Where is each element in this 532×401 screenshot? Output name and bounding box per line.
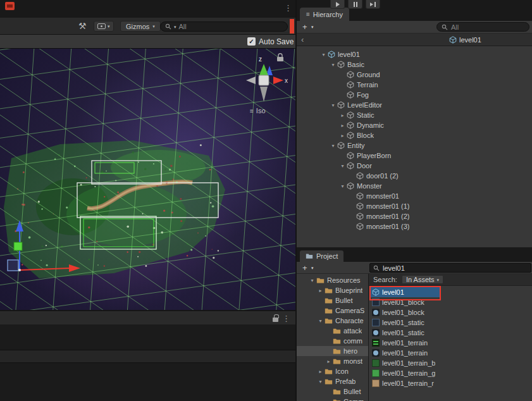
asset-row[interactable]: level01_terrain_b — [369, 358, 532, 368]
auto-save-checkbox[interactable]: ✓ — [247, 37, 256, 46]
folder-row[interactable]: Characte — [297, 316, 368, 326]
tree-row-label: monster01 (2) — [366, 213, 409, 220]
tree-row[interactable]: Terrain — [297, 80, 532, 90]
camera-view-dropdown[interactable]: ▾ — [94, 21, 114, 32]
cube-icon — [347, 182, 354, 190]
chevron-down-icon[interactable]: ▾ — [311, 25, 314, 30]
project-tab-strip: Project — [297, 249, 532, 262]
expand-arrow-icon[interactable] — [338, 183, 347, 189]
tab-hierarchy[interactable]: ≡ Hierarchy — [300, 8, 349, 21]
tree-row[interactable]: Fog — [297, 90, 532, 100]
asset-row[interactable]: level01_block — [369, 307, 532, 318]
expand-arrow-icon[interactable] — [316, 318, 325, 324]
breadcrumb[interactable]: level01 — [449, 34, 481, 46]
folder-row[interactable]: Blueprint — [297, 285, 368, 295]
expand-arrow-icon[interactable] — [338, 123, 347, 128]
expand-arrow-icon[interactable] — [316, 379, 325, 385]
add-object-button[interactable]: + — [302, 22, 307, 32]
tools-icon[interactable]: ⚒ — [78, 21, 87, 31]
folder-row[interactable]: hero — [297, 346, 368, 356]
folder-row[interactable]: CameraS — [297, 305, 368, 316]
tree-row[interactable]: monster01 (2) — [297, 211, 532, 221]
expand-arrow-icon[interactable] — [338, 163, 347, 169]
tree-row-label: Static — [357, 111, 374, 119]
more-options-icon[interactable]: ⋮ — [282, 314, 290, 323]
scene-canvas[interactable]: z x — [0, 49, 295, 310]
step-button[interactable] — [366, 0, 380, 9]
folder-row[interactable]: attack — [297, 326, 368, 336]
lock-icon[interactable] — [273, 318, 278, 322]
expand-arrow-icon[interactable] — [338, 133, 347, 139]
tree-row[interactable]: Static — [297, 110, 532, 120]
expand-arrow-icon[interactable] — [325, 359, 333, 364]
tree-row[interactable]: monster01 — [297, 191, 532, 201]
folder-row[interactable]: Resources — [297, 275, 368, 285]
folder-row[interactable]: Bullet — [297, 295, 368, 305]
expand-arrow-icon[interactable] — [319, 52, 328, 58]
expand-arrow-icon[interactable] — [329, 62, 337, 68]
view-lock-icon[interactable] — [277, 54, 283, 61]
asset-row[interactable]: level01_static — [369, 328, 532, 338]
pause-icon — [356, 2, 357, 7]
search-scope-dropdown[interactable]: In Assets ▾ — [402, 275, 443, 284]
gizmos-dropdown[interactable]: Gizmos ▾ — [120, 21, 161, 32]
tree-row[interactable]: Monster — [297, 181, 532, 191]
expand-arrow-icon[interactable] — [338, 113, 347, 118]
more-options-icon[interactable]: ⋮ — [284, 3, 292, 13]
tab-project[interactable]: Project — [300, 250, 343, 262]
folder-row[interactable]: Comm — [297, 397, 368, 401]
chevron-down-icon: ▾ — [152, 24, 155, 28]
tree-row[interactable]: Door — [297, 161, 532, 171]
folder-label: Bullet — [343, 388, 361, 395]
orientation-gizmo[interactable]: z x — [246, 56, 288, 102]
folder-row[interactable]: comm — [297, 336, 368, 346]
tree-row[interactable]: Ground — [297, 70, 532, 80]
asset-row[interactable]: level01_static — [369, 318, 532, 328]
back-arrow-icon[interactable]: ‹ — [301, 35, 304, 44]
projection-toggle[interactable]: ≡ Iso — [250, 107, 266, 114]
axis-x-label: x — [285, 77, 288, 84]
asset-row[interactable]: level01_block — [369, 297, 532, 307]
playback-controls — [330, 0, 380, 9]
folder-icon — [316, 277, 325, 284]
chevron-down-icon[interactable]: ▾ — [311, 266, 314, 271]
folder-label: CameraS — [335, 307, 364, 314]
add-asset-button[interactable]: + — [302, 263, 307, 273]
iso-label: Iso — [256, 107, 266, 114]
asset-row[interactable]: level01_terrain_g — [369, 368, 532, 378]
project-search-field[interactable]: level01 — [369, 263, 531, 273]
expand-arrow-icon[interactable] — [329, 143, 337, 149]
scene-view[interactable]: z x ≡ Iso — [0, 49, 295, 310]
asset-row[interactable]: level01_terrain_r — [369, 378, 532, 388]
tree-row[interactable]: Dynamic — [297, 120, 532, 130]
tree-row[interactable]: LevelEditor — [297, 100, 532, 110]
tree-row[interactable]: Basic — [297, 59, 532, 70]
play-button[interactable] — [330, 0, 345, 9]
expand-arrow-icon[interactable] — [316, 288, 325, 293]
hierarchy-search-field[interactable]: All — [436, 22, 529, 32]
folder-row[interactable]: Prefab — [297, 376, 368, 386]
asset-row[interactable]: level01 — [369, 287, 532, 297]
pause-button[interactable] — [348, 0, 362, 9]
tree-row[interactable]: monster01 (1) — [297, 201, 532, 211]
expand-arrow-icon[interactable] — [308, 278, 316, 283]
tree-row[interactable]: monster01 (3) — [297, 221, 532, 231]
scene-search-field[interactable]: ▾ All — [160, 22, 288, 32]
expand-arrow-icon[interactable] — [329, 102, 337, 108]
axis-z-label: z — [259, 56, 262, 63]
tree-row[interactable]: level01 — [297, 49, 532, 59]
tree-row[interactable]: Entity — [297, 140, 532, 151]
folder-row[interactable]: Bullet — [297, 386, 368, 397]
folder-row[interactable]: Icon — [297, 366, 368, 376]
folder-row[interactable]: monst — [297, 356, 368, 366]
asset-row[interactable]: level01_terrain — [369, 338, 532, 348]
tree-row[interactable]: PlayerBorn — [297, 151, 532, 161]
cube-icon — [347, 71, 354, 78]
tree-row[interactable]: Block — [297, 130, 532, 140]
scene-search-value: All — [179, 23, 187, 30]
asset-row[interactable]: level01_terrain — [369, 348, 532, 358]
project-body: Resources Blueprint Bullet CameraS — [297, 274, 532, 401]
search-icon — [373, 265, 380, 271]
tree-row[interactable]: door01 (2) — [297, 171, 532, 181]
expand-arrow-icon[interactable] — [316, 369, 325, 374]
